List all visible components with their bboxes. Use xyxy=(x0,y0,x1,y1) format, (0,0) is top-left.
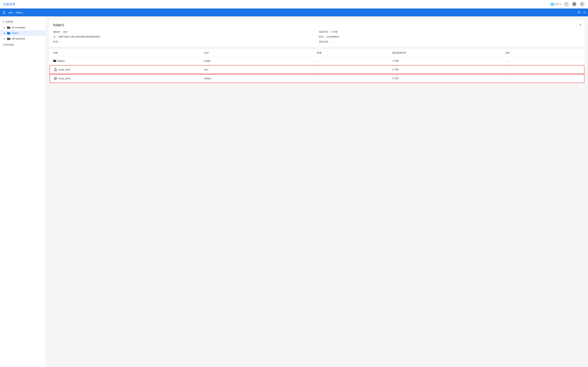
nav-actions: ↻ + xyxy=(578,10,585,15)
modified-value: 3 天前 xyxy=(331,31,338,33)
meta-editor: 编辑者： user xyxy=(53,31,315,33)
row-name-folder2: folder2 xyxy=(53,59,204,63)
row-name-text: mnist_torch... xyxy=(58,77,72,80)
col-modified: 最后修改时间 xyxy=(392,51,505,54)
collapse-button[interactable]: ∧ xyxy=(579,23,581,26)
id-value: ebd77a34-1c95-42bf-b5ff-b8508d654b97 xyxy=(58,35,100,38)
svg-point-11 xyxy=(56,70,56,71)
tags-label: 标签： xyxy=(53,40,60,43)
table-header: 名称 Kind 标签 最后修改时间 操作 xyxy=(49,49,585,57)
meta-id: ID： ebd77a34-1c95-42bf-b5ff-b8508d654b97 xyxy=(53,35,315,38)
menu-hamburger[interactable]: ☰ xyxy=(3,10,6,14)
svg-rect-6 xyxy=(573,5,574,5)
app-bar: 实验管理 🌐 中文 ▾ ? xyxy=(0,0,588,8)
path-value: /user/folder1 xyxy=(327,35,339,38)
language-label: 中文 xyxy=(555,3,559,6)
sidebar-item-t9k-label: t9k-assethub xyxy=(12,37,25,40)
user-avatar[interactable] xyxy=(579,2,585,7)
meta-tags: 标签： - xyxy=(53,40,315,43)
svg-rect-2 xyxy=(575,3,576,3)
row-tags: - xyxy=(317,60,392,62)
col-tags: 标签 xyxy=(317,51,392,54)
sidebar-item-em-examples[interactable]: ▶ em-examples xyxy=(0,25,46,30)
caret-icon: ▶ xyxy=(4,38,5,40)
col-kind: Kind xyxy=(204,51,317,54)
row-name-text: mnist_torch xyxy=(58,68,70,71)
content-area: folder1 ∧ 编辑者： user 修改时间： 3 天前 ID： ebd77… xyxy=(46,17,588,367)
help-button[interactable]: ? xyxy=(564,2,569,7)
svg-rect-1 xyxy=(574,3,575,3)
table-row[interactable]: folder2 Folder - 3 天前 ⋮ xyxy=(49,57,585,65)
table-row[interactable]: mnist_torch Run - 3 天前 ⋮ xyxy=(50,65,584,74)
svg-rect-0 xyxy=(573,3,574,3)
apps-icon xyxy=(573,2,576,6)
folder-row-icon xyxy=(53,59,56,63)
table-row[interactable]: mnist_torch... Artifact - 3 天前 ⋮ xyxy=(50,74,584,83)
svg-rect-8 xyxy=(575,5,576,5)
meta-modified: 修改时间： 3 天前 xyxy=(319,31,581,33)
row-modified: 3 天前 xyxy=(392,59,505,62)
row-name-mnist-artifact: mnist_torch... xyxy=(54,77,204,80)
apps-button[interactable] xyxy=(571,2,577,7)
shared-section-label: 分享给我的 xyxy=(0,42,46,47)
svg-point-10 xyxy=(55,70,55,70)
breadcrumb-user[interactable]: user xyxy=(8,11,13,14)
svg-rect-4 xyxy=(574,4,575,4)
folder-icon-active xyxy=(7,32,10,34)
desc-label: 描述信息： xyxy=(319,40,330,43)
folders-section-label: 文件夹 xyxy=(6,20,13,24)
add-button[interactable]: + xyxy=(583,10,585,15)
path-label: 路径： xyxy=(319,35,326,38)
editor-value: user xyxy=(63,31,68,33)
table-card: 名称 Kind 标签 最后修改时间 操作 folder2 Folder - xyxy=(49,49,585,83)
row-kind: Folder xyxy=(204,60,317,62)
col-name: 名称 xyxy=(53,51,204,54)
language-selector[interactable]: 🌐 中文 ▾ xyxy=(550,2,561,6)
sidebar-item-t9k-assethub[interactable]: ▶ t9k-assethub xyxy=(0,36,46,42)
row-modified: 3 天前 xyxy=(392,68,505,71)
id-label: ID： xyxy=(53,35,58,38)
run-icon xyxy=(54,68,57,71)
help-icon: ? xyxy=(566,3,567,6)
row-modified: 3 天前 xyxy=(392,77,505,80)
folder-detail-card: folder1 ∧ 编辑者： user 修改时间： 3 天前 ID： ebd77… xyxy=(49,20,585,47)
desc-value: - xyxy=(331,40,332,43)
nav-bar: ☰ user › folder1 ↻ + xyxy=(0,8,588,17)
avatar-icon xyxy=(581,2,584,6)
sidebar-item-folder1[interactable]: ▶ folder1 xyxy=(0,30,46,36)
meta-path: 路径： /user/folder1 xyxy=(319,35,581,38)
svg-marker-13 xyxy=(54,77,57,78)
chevron-down-icon: ▾ xyxy=(560,3,561,6)
row-more-button[interactable]: ⋮ xyxy=(505,59,581,63)
folder-title: folder1 xyxy=(53,23,581,27)
svg-rect-7 xyxy=(574,5,575,5)
svg-rect-5 xyxy=(575,4,576,4)
row-kind: Run xyxy=(204,68,317,71)
sidebar-item-folder1-label: folder1 xyxy=(12,32,19,34)
main-layout: ▼ 文件夹 ▶ em-examples ▶ folder1 xyxy=(0,17,588,367)
refresh-button[interactable]: ↻ xyxy=(578,10,581,15)
caret-icon: ▶ xyxy=(4,32,5,34)
modified-label: 修改时间： xyxy=(319,31,330,33)
row-kind: Artifact xyxy=(204,77,317,80)
breadcrumb-folder1[interactable]: folder1 xyxy=(16,11,23,14)
row-name-mnist-torch: mnist_torch xyxy=(54,68,204,71)
artifact-icon xyxy=(54,77,57,80)
breadcrumb: user › folder1 xyxy=(8,11,576,14)
meta-grid: 编辑者： user 修改时间： 3 天前 ID： ebd77a34-1c95-4… xyxy=(53,31,581,43)
sidebar: ▼ 文件夹 ▶ em-examples ▶ folder1 xyxy=(0,17,46,367)
folder-icon xyxy=(7,26,10,29)
folders-section[interactable]: ▼ 文件夹 xyxy=(0,19,46,25)
row-more-button[interactable]: ⋮ xyxy=(505,68,580,71)
folder-icon xyxy=(7,37,10,40)
section-caret-icon: ▼ xyxy=(3,21,5,23)
row-more-button[interactable]: ⋮ xyxy=(505,77,580,80)
tags-value: - xyxy=(61,40,61,43)
translate-icon: 🌐 xyxy=(550,2,554,6)
editor-label: 编辑者： xyxy=(53,31,62,33)
meta-desc: 描述信息： - xyxy=(319,40,581,43)
svg-rect-3 xyxy=(573,4,574,4)
caret-icon: ▶ xyxy=(4,26,5,29)
row-tags: - xyxy=(317,77,392,80)
sidebar-item-em-examples-label: em-examples xyxy=(12,26,26,29)
